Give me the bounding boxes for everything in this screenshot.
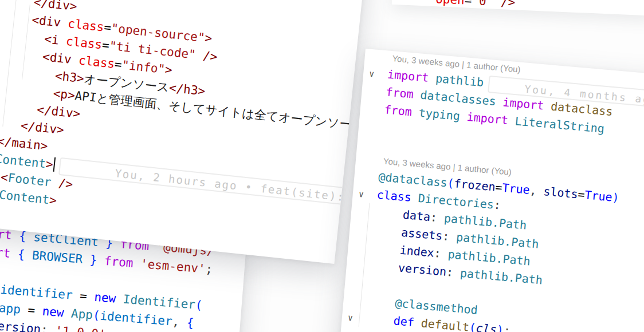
code-token: ( [195, 298, 203, 313]
code-token: index [372, 240, 435, 259]
code-token: True [584, 188, 612, 204]
code-token: app [0, 301, 21, 317]
code-token: from [384, 102, 413, 118]
code-token: > [49, 193, 57, 207]
code-token: , [105, 327, 114, 332]
code-token: class [65, 34, 103, 52]
code-token: Footer [7, 171, 52, 189]
code-token: /> [195, 48, 218, 64]
code-token: ; [205, 262, 214, 276]
editor-card-svelte: </div> <div class="open-source"> <i clas… [0, 0, 370, 264]
code-token: data [375, 205, 431, 224]
code-token: , [529, 183, 544, 198]
code-token: { [10, 247, 33, 262]
code-token: : [434, 246, 449, 261]
code-token: : [430, 210, 445, 225]
code-token: typing [411, 105, 461, 123]
code-token: open [435, 0, 465, 7]
code-token: slots [543, 184, 578, 201]
code-token: : [446, 265, 461, 280]
editor-card-python: You, 3 weeks ago | 1 author (You)∨import… [331, 49, 644, 332]
code-token: import [460, 109, 509, 127]
code-token: default [421, 316, 470, 332]
code-token: /> [50, 176, 73, 192]
gutter-space [363, 118, 384, 137]
code-token: port [0, 244, 11, 260]
code-token: def [366, 311, 422, 330]
code-token: new [93, 290, 123, 306]
editor-card-fragment: open="0" /> [392, 0, 644, 16]
code-token: "info" [121, 58, 166, 76]
code-token: cls [476, 321, 497, 332]
code-line: open="0" /> [392, 0, 516, 11]
chevron-down-icon[interactable]: ∨ [346, 309, 367, 329]
editor-collage: open="0" /> port { setClient } from '@om… [0, 0, 644, 332]
code-token: > [45, 157, 54, 171]
code-token: Content [0, 188, 50, 207]
code-token: /> [493, 0, 516, 9]
code-token: , [172, 315, 187, 330]
code-token: : [493, 198, 501, 212]
code-token: { [186, 316, 195, 330]
code-token: from [386, 85, 414, 101]
code-token: from [104, 254, 133, 270]
code-token: frozen [453, 176, 496, 193]
code-token: class [67, 17, 104, 34]
code-token: 'esm-env' [133, 256, 206, 276]
code-token: : [503, 323, 511, 332]
code-token: class [376, 188, 419, 205]
code-token: True [501, 181, 530, 197]
code-editor-surface[interactable]: open="0" /> [392, 0, 516, 11]
code-token: "0" [472, 0, 494, 9]
code-token: '1.0.0' [54, 324, 106, 332]
code-token [392, 0, 436, 6]
code-token: import [387, 68, 429, 85]
code-token: pathlib [428, 71, 484, 89]
code-editor-surface[interactable]: You, 3 weeks ago | 1 author (You)∨import… [346, 49, 644, 332]
code-token: = [72, 288, 95, 304]
code-token: import [495, 94, 544, 112]
code-token: = [20, 303, 43, 318]
code-token: version [0, 318, 41, 332]
code-editor-surface[interactable]: </div> <div class="open-source"> <i clas… [0, 0, 370, 243]
code-token: </h3> [168, 81, 206, 98]
code-token: > [204, 31, 213, 45]
code-token: } [82, 252, 105, 268]
code-token: Content [0, 152, 46, 171]
code-token: App [70, 307, 93, 322]
code-token: : [40, 323, 56, 332]
code-token: BROWSER [32, 248, 83, 266]
code-token: ) [611, 191, 619, 205]
code-token: class [78, 53, 115, 70]
code-token: : [442, 229, 457, 244]
code-token: new [42, 305, 72, 321]
code-token: > [164, 62, 173, 77]
